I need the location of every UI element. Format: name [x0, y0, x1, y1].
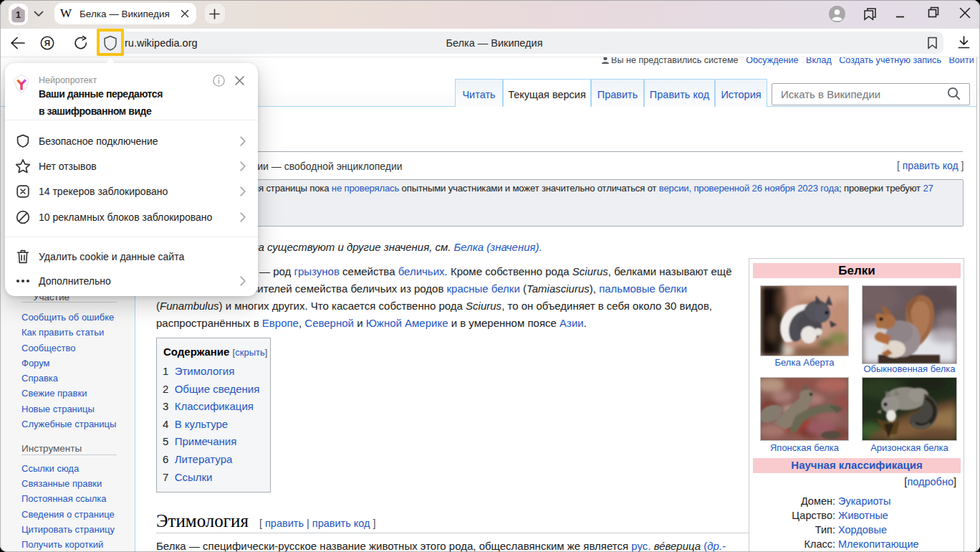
svg-text:1: 1	[16, 10, 21, 20]
